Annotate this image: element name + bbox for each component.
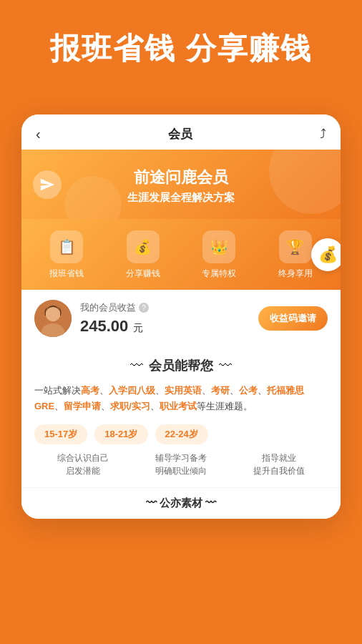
banner-title: 前途问鹿会员 — [36, 167, 326, 188]
income-label: 我的会员收益 — [80, 301, 136, 314]
features-row: 📋 报班省钱 💰 分享赚钱 👑 专属特权 🏆 终身享用 — [21, 219, 341, 290]
highlight-kaoyan: 考研 — [211, 385, 230, 396]
feature-item-1[interactable]: 💰 分享赚钱 — [126, 230, 160, 280]
help-title-row: 〰 会员能帮您 〰 — [34, 357, 328, 374]
question-icon[interactable]: ? — [139, 303, 149, 313]
highlight-liuxue: 留学申请 — [64, 401, 101, 411]
age-tag-2: 22-24岁 — [155, 424, 208, 444]
age-tag-1: 18-21岁 — [94, 424, 147, 444]
age-desc-0: 综合认识自己启发潜能 — [34, 452, 132, 477]
highlight-cet: 入学四八级 — [109, 385, 155, 396]
avatar-image — [34, 300, 72, 337]
age-desc-text-0: 综合认识自己启发潜能 — [34, 452, 132, 477]
banner-subtitle: 生涯发展全程解决方案 — [36, 191, 326, 205]
age-tags-row: 15-17岁 18-21岁 22-24岁 — [34, 424, 328, 444]
member-income-block: 我的会员收益 ? 245.00 元 — [80, 301, 250, 336]
member-info: 我的会员收益 ? 245.00 元 收益码邀请 — [21, 290, 341, 347]
page-title: 会员 — [168, 126, 192, 142]
age-desc-text-1: 辅导学习备考明确职业倾向 — [132, 452, 230, 477]
feature-item-0[interactable]: 📋 报班省钱 — [49, 230, 84, 280]
help-section: 〰 会员能帮您 〰 一站式解决高考、入学四八级、实用英语、考研、公考、托福雅思G… — [21, 347, 341, 487]
highlight-gaokao: 高考 — [81, 385, 99, 396]
feature-icon-money: 💰 — [127, 230, 160, 263]
help-description: 一站式解决高考、入学四八级、实用英语、考研、公考、托福雅思GRE、留学申请、求职… — [34, 383, 328, 414]
svg-point-3 — [46, 307, 60, 321]
avatar — [34, 300, 72, 337]
feature-item-2[interactable]: 👑 专属特权 — [202, 230, 236, 280]
feature-label-2: 专属特权 — [202, 268, 236, 280]
back-button[interactable]: ‹ — [36, 126, 41, 142]
money-bag-icon: 💰 — [311, 238, 341, 271]
age-desc-row: 综合认识自己启发潜能 辅导学习备考明确职业倾向 指导就业提升自我价值 — [34, 452, 328, 477]
feature-label-3: 终身享用 — [278, 268, 313, 280]
share-button[interactable]: ⤴ — [320, 127, 326, 142]
highlight-english: 实用英语 — [165, 385, 202, 396]
card-header: ‹ 会员 ⤴ — [21, 114, 341, 150]
phone-card: ‹ 会员 ⤴ 前途问鹿会员 生涯发展全程解决方案 📋 报班省钱 💰 分享赚钱 👑 — [21, 114, 341, 519]
banner-icon — [33, 170, 62, 199]
age-desc-1: 辅导学习备考明确职业倾向 — [132, 452, 230, 477]
wave-right-icon: 〰 — [219, 358, 232, 374]
help-title: 会员能帮您 — [149, 357, 213, 374]
highlight-career: 职业考试 — [160, 401, 197, 411]
income-unit: 元 — [133, 322, 143, 333]
bottom-teaser: 〰 公亦素材 〰 — [21, 487, 341, 519]
feature-icon-vip: 👑 — [202, 230, 235, 263]
highlight-gongkao: 公考 — [239, 385, 258, 396]
feature-label-1: 分享赚钱 — [126, 268, 160, 280]
highlight-qiuzhi: 求职/实习 — [110, 401, 150, 411]
age-desc-text-2: 指导就业提升自我价值 — [230, 452, 328, 477]
feature-icon-lifetime: 🏆 — [279, 230, 312, 263]
hero-title: 报班省钱 分享赚钱 — [0, 29, 362, 69]
teaser-wave-right: 〰 — [205, 497, 216, 509]
feature-item-3[interactable]: 🏆 终身享用 — [278, 230, 313, 280]
age-desc-2: 指导就业提升自我价值 — [230, 452, 328, 477]
income-label-row: 我的会员收益 ? — [80, 301, 250, 314]
banner-section: 前途问鹿会员 生涯发展全程解决方案 — [21, 150, 341, 219]
age-tag-0: 15-17岁 — [34, 424, 87, 444]
invite-button[interactable]: 收益码邀请 — [258, 306, 328, 331]
feature-label-0: 报班省钱 — [49, 268, 84, 280]
wave-left-icon: 〰 — [130, 358, 143, 374]
teaser-text: 公亦素材 — [160, 497, 205, 509]
send-icon — [39, 177, 55, 192]
features-container: 📋 报班省钱 💰 分享赚钱 👑 专属特权 🏆 终身享用 💰 — [21, 219, 341, 290]
teaser-wave-left: 〰 — [146, 497, 157, 509]
feature-icon-banji: 📋 — [50, 230, 83, 263]
hero-section: 报班省钱 分享赚钱 — [0, 0, 362, 83]
income-amount: 245.00 — [80, 317, 128, 335]
income-amount-row: 245.00 元 — [80, 317, 250, 336]
